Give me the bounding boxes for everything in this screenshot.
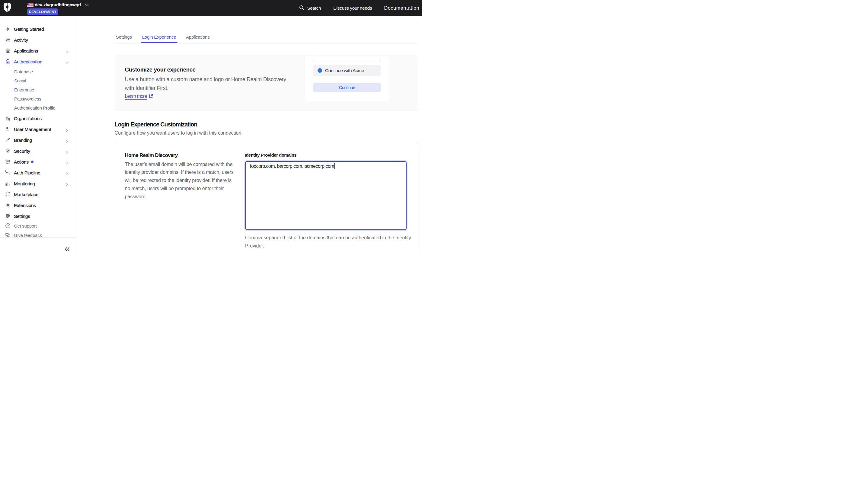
- svg-text:?: ?: [7, 224, 9, 228]
